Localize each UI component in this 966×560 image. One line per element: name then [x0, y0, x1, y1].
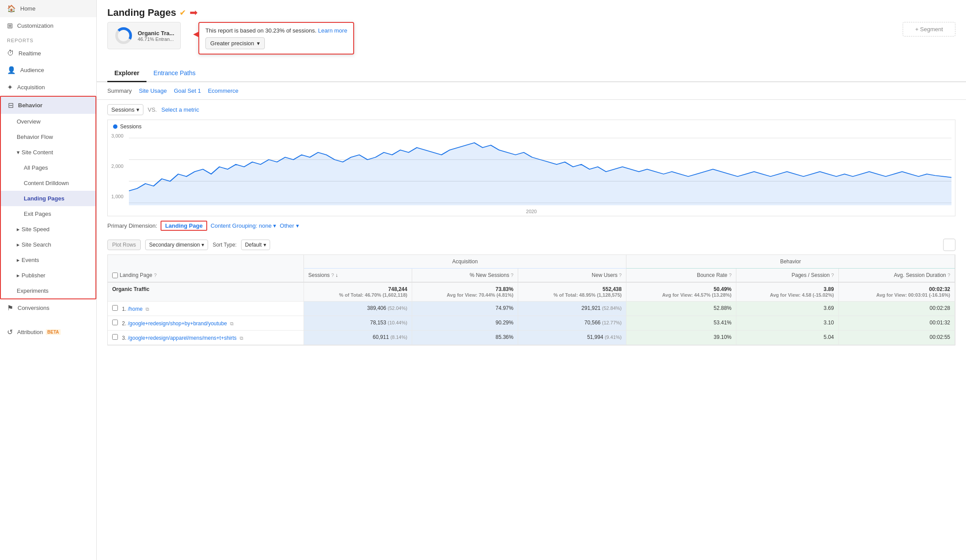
tooltip-arrow: ◀ — [193, 29, 199, 39]
row-checkbox[interactable] — [112, 320, 118, 325]
organic-traffic-pill: Organic Tra... 46.71% Entran... — [107, 22, 181, 49]
page-header: Landing Pages ✔ ➡ — [97, 0, 966, 22]
sidebar-item-audience[interactable]: 👤 Audience — [0, 62, 96, 79]
organic-label: Organic Tra... — [138, 30, 174, 36]
tab-entrance-paths[interactable]: Entrance Paths — [146, 65, 203, 82]
subtab-summary[interactable]: Summary — [107, 86, 132, 96]
page-title: Landing Pages — [107, 7, 176, 18]
sessions-chart: Sessions 3,000 2,000 1,000 2020 — [107, 120, 955, 216]
sidebar-item-behavior-flow[interactable]: Behavior Flow — [1, 129, 95, 145]
table-row: 2. /google+redesign/shop+by+brand/youtub… — [108, 316, 955, 331]
data-table: Landing Page ? Acquisition Behavior Sess… — [108, 255, 955, 345]
col-avg-duration: Avg. Session Duration ? — [838, 269, 955, 283]
copy-icon[interactable]: ⧉ — [240, 335, 243, 341]
help-icon[interactable]: ? — [511, 273, 513, 278]
chevron-down-icon: ▾ — [136, 106, 139, 113]
page-link[interactable]: /google+redesign/apparel/mens/mens+t+shi… — [128, 335, 237, 341]
flag-icon: ⚑ — [7, 304, 13, 312]
col-sessions: Sessions ? ↓ — [304, 269, 412, 283]
subtab-goal-set[interactable]: Goal Set 1 — [174, 86, 201, 96]
help-icon[interactable]: ? — [948, 273, 950, 278]
sidebar-item-content-drilldown[interactable]: Content Drilldown — [1, 175, 95, 191]
help-icon[interactable]: ? — [729, 273, 732, 278]
y-axis-labels: 3,000 2,000 1,000 — [111, 133, 124, 199]
subtab-site-usage[interactable]: Site Usage — [139, 86, 167, 96]
sidebar: 🏠 Home ⊞ Customization REPORTS ⏱ Realtim… — [0, 0, 97, 560]
copy-icon[interactable]: ⧉ — [230, 321, 234, 326]
copy-icon[interactable]: ⧉ — [146, 306, 149, 312]
primary-dim-label: Primary Dimension: — [107, 222, 157, 229]
tab-explorer[interactable]: Explorer — [107, 65, 146, 82]
sidebar-item-experiments[interactable]: Experiments — [1, 283, 95, 298]
sidebar-item-all-pages[interactable]: All Pages — [1, 160, 95, 175]
table-controls: Plot Rows Secondary dimension ▾ Sort Typ… — [97, 235, 966, 255]
sidebar-item-site-search[interactable]: ▸ Site Search — [1, 237, 95, 252]
tooltip-popup: ◀ This report is based on 30.23% of sess… — [198, 22, 354, 55]
other-dropdown[interactable]: Other ▾ — [280, 222, 299, 229]
legend-dot — [113, 124, 117, 129]
select-all-checkbox[interactable] — [112, 273, 118, 278]
help-icon[interactable]: ? — [831, 273, 834, 278]
help-icon[interactable]: ? — [619, 273, 622, 278]
landing-page-dim[interactable]: Landing Page — [161, 221, 207, 231]
sidebar-item-site-content[interactable]: ▾ Site Content — [1, 145, 95, 160]
donut-chart-icon — [114, 26, 133, 45]
help-icon[interactable]: ? — [331, 273, 334, 278]
table-row: 1. /home ⧉ 389,406 (52.04%) 74.97% 291,9… — [108, 302, 955, 316]
sidebar-item-realtime[interactable]: ⏱ Realtime — [0, 45, 96, 62]
attribution-badge: BETA — [46, 329, 61, 335]
segment-area[interactable]: + Segment — [903, 22, 955, 36]
chevron-down-icon: ▾ — [263, 242, 266, 248]
select-metric-link[interactable]: Select a metric — [161, 106, 199, 113]
learn-more-link[interactable]: Learn more — [318, 27, 347, 34]
main-tabs: Explorer Entrance Paths — [97, 65, 966, 82]
chevron-down-icon: ▾ — [257, 40, 260, 47]
acquisition-icon: ✦ — [7, 83, 13, 91]
view-toggle-button[interactable] — [943, 239, 955, 251]
vs-label: VS. — [148, 106, 157, 113]
sidebar-item-acquisition[interactable]: ✦ Acquisition — [0, 79, 96, 96]
sidebar-item-customization[interactable]: ⊞ Customization — [0, 17, 96, 34]
main-content: Landing Pages ✔ ➡ Organic Tra... 46.71% … — [97, 0, 966, 560]
behavior-icon: ⊟ — [8, 101, 14, 109]
attribution-icon: ↺ — [7, 328, 13, 336]
col-new-users: New Users ? — [518, 269, 626, 283]
customization-icon: ⊞ — [7, 22, 13, 30]
row-checkbox[interactable] — [112, 305, 118, 311]
sidebar-item-conversions[interactable]: ⚑ Conversions — [0, 299, 96, 316]
sidebar-item-publisher[interactable]: ▸ Publisher — [1, 268, 95, 283]
content-grouping-dim[interactable]: Content Grouping: none ▾ — [211, 222, 276, 229]
row-checkbox[interactable] — [112, 334, 118, 340]
sidebar-item-events[interactable]: ▸ Events — [1, 252, 95, 268]
precision-dropdown[interactable]: Greater precision ▾ — [205, 37, 265, 49]
verified-icon: ✔ — [179, 8, 186, 18]
arrow-icon: ➡ — [190, 7, 198, 18]
help-icon[interactable]: ? — [154, 273, 157, 278]
sidebar-item-landing-pages[interactable]: Landing Pages — [1, 191, 95, 206]
chart-legend: Sessions — [108, 120, 955, 133]
chevron-down-icon: ▾ — [201, 242, 204, 248]
sidebar-item-site-speed[interactable]: ▸ Site Speed — [1, 222, 95, 237]
sidebar-item-behavior[interactable]: ⊟ Behavior — [1, 97, 95, 114]
page-link[interactable]: /google+redesign/shop+by+brand/youtube — [128, 320, 227, 327]
sort-type-label: Sort Type: — [212, 242, 236, 248]
col-new-sessions-pct: % New Sessions ? — [412, 269, 518, 283]
sort-type-dropdown[interactable]: Default ▾ — [241, 240, 270, 250]
subtab-ecommerce[interactable]: Ecommerce — [208, 86, 238, 96]
secondary-dimension-dropdown[interactable]: Secondary dimension ▾ — [145, 240, 208, 250]
behavior-section: ⊟ Behavior Overview Behavior Flow ▾ Site… — [0, 96, 96, 299]
reports-label: REPORTS — [0, 34, 96, 45]
acquisition-group-header: Acquisition — [304, 255, 626, 269]
clock-icon: ⏱ — [7, 49, 14, 57]
sidebar-item-overview[interactable]: Overview — [1, 114, 95, 129]
year-label: 2020 — [526, 209, 537, 214]
sidebar-item-home[interactable]: 🏠 Home — [0, 0, 96, 17]
page-link[interactable]: /home — [128, 306, 143, 312]
plot-rows-button[interactable]: Plot Rows — [107, 240, 141, 250]
organic-pct: 46.71% Entran... — [138, 36, 174, 42]
sidebar-item-exit-pages[interactable]: Exit Pages — [1, 206, 95, 222]
chart-svg-wrap — [129, 133, 951, 205]
sidebar-item-attribution[interactable]: ↺ Attribution BETA — [0, 324, 96, 341]
sessions-metric-dropdown[interactable]: Sessions ▾ — [107, 104, 143, 115]
chevron-down-icon: ▾ — [273, 222, 276, 229]
